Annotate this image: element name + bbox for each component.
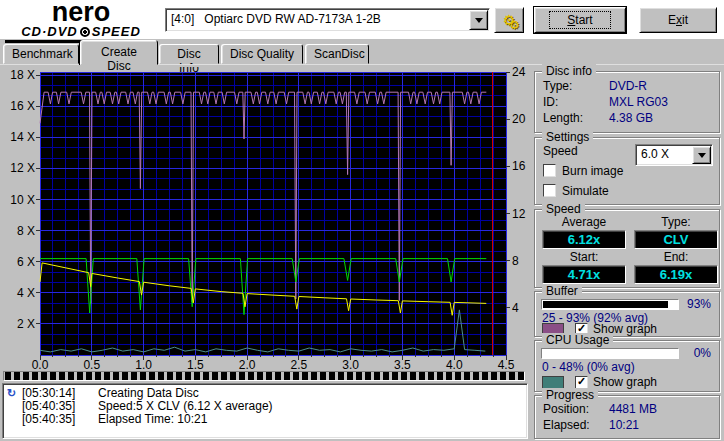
write-progress-bar: [3, 371, 525, 381]
disc-length-value: 4.38 GB: [609, 110, 653, 126]
simulate-checkbox[interactable]: [543, 184, 556, 197]
svg-text:18 X: 18 X: [10, 68, 35, 82]
tab-disc-info[interactable]: Disc Info: [159, 44, 219, 64]
tab-scandisc[interactable]: ScanDisc: [305, 44, 369, 64]
cpu-range: 0 - 48% (0% avg): [542, 360, 635, 374]
svg-text:3.0: 3.0: [342, 358, 359, 372]
drive-select-value: [4:0] Optiarc DVD RW AD-7173A 1-2B: [166, 9, 468, 31]
progress-segment: [329, 372, 335, 380]
svg-text:4.0: 4.0: [446, 358, 463, 372]
log-line: [05:40:35] Elapsed Time: 10:21: [7, 413, 523, 426]
speed-select-value: 6.0 X: [636, 145, 691, 165]
write-speed-chart: 2 X4 X6 X8 X10 X12 X14 X16 X18 X48121620…: [0, 64, 530, 372]
end-label: End:: [634, 250, 718, 264]
svg-text:2.5: 2.5: [291, 358, 308, 372]
progress-segment: [437, 372, 443, 380]
progress-segment: [194, 372, 200, 380]
progress-segment: [149, 372, 155, 380]
tab-label: Benchmark: [12, 47, 73, 61]
gears-icon: ⚙⚙: [501, 14, 517, 26]
type-label: Type:: [634, 215, 718, 229]
end-speed-display: 6.19x: [634, 265, 718, 284]
group-title: Settings: [542, 130, 593, 144]
speed-select[interactable]: 6.0 X: [635, 144, 713, 166]
svg-text:10 X: 10 X: [10, 193, 35, 207]
chevron-down-icon: [698, 153, 706, 158]
progress-segment: [428, 372, 434, 380]
tab-create-disc[interactable]: Create Disc: [80, 40, 158, 65]
progress-segment: [347, 372, 353, 380]
drive-select-dropdown-button[interactable]: [469, 10, 488, 30]
svg-text:20: 20: [512, 112, 526, 126]
group-title: Progress: [542, 388, 598, 402]
disc-info-group: Disc info Type: DVD-R ID: MXL RG03 Lengt…: [534, 71, 720, 133]
average-label: Average: [542, 215, 626, 229]
position-row: Position: 4481 MB: [535, 401, 719, 417]
buffer-meter-fill: [543, 301, 668, 308]
burn-image-checkbox[interactable]: [543, 164, 556, 177]
svg-text:12 X: 12 X: [10, 161, 35, 175]
progress-segment: [275, 372, 281, 380]
svg-text:8 X: 8 X: [17, 224, 35, 238]
disc-id-row: ID: MXL RG03: [535, 94, 719, 110]
buffer-group: Buffer 93% 25 - 93% (92% avg) Show graph: [534, 291, 720, 337]
tab-label: Disc Quality: [230, 47, 294, 61]
exit-button[interactable]: Exit: [639, 7, 717, 33]
progress-segment: [77, 372, 83, 380]
progress-segment: [86, 372, 92, 380]
progress-segment: [122, 372, 128, 380]
svg-text:8: 8: [512, 254, 519, 268]
progress-segment: [356, 372, 362, 380]
speed-group: Speed Average Type: 6.12x CLV Start: End…: [534, 209, 720, 288]
chevron-down-icon: [475, 18, 483, 23]
average-speed-display: 6.12x: [542, 230, 626, 249]
svg-text:16 X: 16 X: [10, 99, 35, 113]
progress-segment: [68, 372, 74, 380]
progress-segment: [338, 372, 344, 380]
progress-segment: [500, 372, 506, 380]
progress-segment: [59, 372, 65, 380]
group-title: Speed: [542, 202, 585, 216]
speed-select-dropdown-button[interactable]: [692, 146, 711, 164]
top-toolbar: nero CD·DVD SPEED [4:0] Optiarc DVD RW A…: [0, 0, 724, 39]
drive-select[interactable]: [4:0] Optiarc DVD RW AD-7173A 1-2B: [165, 8, 490, 32]
progress-segment: [95, 372, 101, 380]
log-message: Elapsed Time: 10:21: [84, 413, 207, 426]
progress-segment: [509, 372, 515, 380]
svg-text:2 X: 2 X: [17, 317, 35, 331]
progress-segment: [266, 372, 272, 380]
progress-segment: [113, 372, 119, 380]
start-button[interactable]: Start: [534, 7, 626, 33]
progress-segment: [419, 372, 425, 380]
progress-segment: [446, 372, 452, 380]
progress-segment: [302, 372, 308, 380]
progress-segment: [392, 372, 398, 380]
cpu-percent: 0%: [694, 346, 711, 360]
progress-segment: [158, 372, 164, 380]
tab-disc-quality[interactable]: Disc Quality: [221, 44, 303, 64]
progress-segment: [5, 372, 11, 380]
write-type-display: CLV: [634, 230, 718, 249]
options-button[interactable]: ⚙⚙: [494, 7, 524, 33]
progress-segment: [365, 372, 371, 380]
start-button-label: Start: [549, 11, 611, 29]
progress-segment: [203, 372, 209, 380]
tab-benchmark[interactable]: Benchmark: [3, 44, 79, 64]
progress-segment: [374, 372, 380, 380]
progress-segment: [230, 372, 236, 380]
svg-text:3.5: 3.5: [394, 358, 411, 372]
progress-segment: [212, 372, 218, 380]
elapsed-value: 10:21: [609, 417, 639, 433]
svg-text:14 X: 14 X: [10, 130, 35, 144]
svg-text:4.5: 4.5: [498, 358, 515, 372]
group-title: CPU Usage: [542, 333, 613, 347]
exit-button-label: Exit: [668, 13, 688, 27]
progress-segment: [32, 372, 38, 380]
tab-label: ScanDisc: [314, 47, 365, 61]
logo-nero-text: nero: [5, 0, 157, 24]
svg-text:4 X: 4 X: [17, 286, 35, 300]
svg-text:16: 16: [512, 159, 526, 173]
progress-segment: [104, 372, 110, 380]
disc-type-row: Type: DVD-R: [535, 78, 719, 94]
progress-segment: [464, 372, 470, 380]
